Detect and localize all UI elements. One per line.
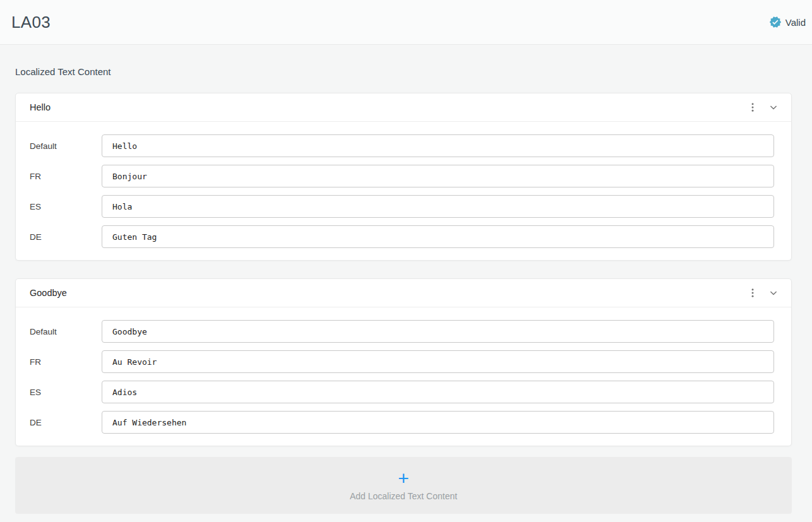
localized-text-card: Hello Default FR ES: [15, 93, 792, 261]
chevron-down-icon: [767, 101, 780, 114]
add-button-label: Add Localized Text Content: [350, 491, 457, 501]
field-label: ES: [30, 388, 102, 397]
more-options-button[interactable]: [743, 285, 762, 301]
field-row: FR: [30, 350, 774, 373]
field-input[interactable]: [102, 134, 774, 157]
field-label: DE: [30, 232, 102, 242]
plus-icon: +: [398, 470, 409, 487]
field-row: Default: [30, 134, 774, 157]
field-input[interactable]: [102, 165, 774, 187]
page-title: LA03: [11, 13, 51, 32]
card-body: Default FR ES DE: [16, 122, 791, 260]
verified-badge-icon: [769, 16, 782, 28]
field-row: DE: [30, 411, 774, 434]
card-actions: [743, 284, 784, 302]
field-input[interactable]: [102, 411, 774, 434]
field-row: FR: [30, 165, 774, 187]
section-title: Localized Text Content: [15, 66, 792, 77]
card-title: Goodbye: [30, 288, 67, 298]
field-input[interactable]: [102, 195, 774, 218]
add-localized-text-content-button[interactable]: + Add Localized Text Content: [15, 457, 792, 514]
card-header: Hello: [16, 93, 791, 122]
page-header: LA03 Valid: [0, 0, 812, 45]
field-input[interactable]: [102, 320, 774, 343]
field-row: Default: [30, 320, 774, 343]
field-input[interactable]: [102, 350, 774, 373]
status-badge: Valid: [769, 16, 806, 28]
field-input[interactable]: [102, 225, 774, 248]
card-list: Hello Default FR ES: [15, 93, 792, 446]
field-label: Default: [30, 327, 102, 336]
status-label: Valid: [785, 17, 806, 28]
field-label: FR: [30, 172, 102, 181]
field-row: ES: [30, 195, 774, 218]
field-label: Default: [30, 141, 102, 151]
kebab-menu-icon: [747, 102, 758, 113]
main-content: Localized Text Content Hello Default: [0, 45, 812, 522]
card-title: Hello: [30, 102, 51, 112]
card-actions: [743, 98, 784, 116]
field-label: ES: [30, 202, 102, 211]
collapse-button[interactable]: [763, 98, 784, 116]
more-options-button[interactable]: [743, 99, 762, 116]
collapse-button[interactable]: [763, 284, 784, 302]
card-header: Goodbye: [16, 279, 791, 307]
field-row: ES: [30, 381, 774, 403]
localized-text-card: Goodbye Default FR ES: [15, 278, 792, 446]
chevron-down-icon: [767, 287, 780, 299]
field-input[interactable]: [102, 381, 774, 403]
field-label: FR: [30, 357, 102, 367]
field-label: DE: [30, 418, 102, 427]
field-row: DE: [30, 225, 774, 248]
card-body: Default FR ES DE: [16, 307, 791, 446]
kebab-menu-icon: [747, 287, 758, 299]
